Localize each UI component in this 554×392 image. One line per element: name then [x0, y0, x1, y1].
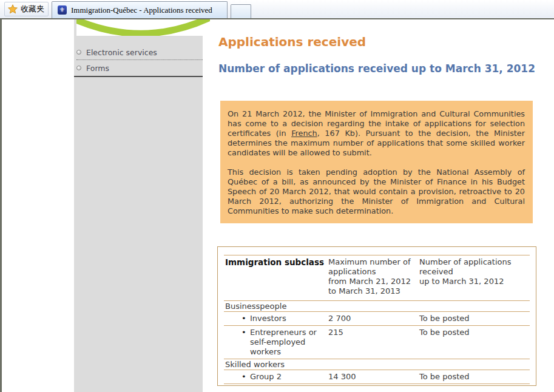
notice-paragraph-2: This decision is taken pending adoption … — [228, 167, 525, 216]
sidebar-item-label: Forms — [86, 64, 109, 73]
row-label: Entrepreneurs or self-employed workers — [250, 328, 325, 357]
row-received-value: To be posted — [419, 314, 530, 323]
row-max-value: 2 700 — [328, 314, 419, 323]
col-header-maximum-number: Maximum number of applications from Marc… — [328, 257, 419, 296]
table-row-category-businesspeople: Businesspeople — [224, 301, 530, 312]
radio-bullet-icon — [76, 66, 81, 70]
col-header-immigration-subclass: Immigration subclass — [224, 257, 328, 296]
header-line: Number of applications received — [419, 257, 530, 277]
row-label: Group 2 — [250, 372, 325, 382]
category-label: Businesspeople — [224, 301, 328, 311]
applications-table-inner: Immigration subclass Maximum number of a… — [224, 255, 530, 384]
notice-paragraph-1: On 21 March 2012, the Minister of Immigr… — [228, 109, 525, 158]
fleur-de-lis-favicon: ⚜ — [58, 5, 67, 15]
new-tab-button[interactable] — [231, 4, 251, 18]
header-line: Maximum number of applications — [328, 257, 419, 277]
list-bullet-icon: • — [242, 314, 250, 323]
list-bullet-icon: • — [242, 372, 250, 382]
page-subtitle: Number of applications received up to Ma… — [218, 63, 535, 75]
french-pdf-link[interactable]: French — [291, 129, 317, 138]
table-row-investors: • Investors 2 700 To be posted — [224, 312, 530, 326]
green-swoosh-icon — [76, 19, 210, 36]
tab-immigration-quebec[interactable]: ⚜ Immigration-Québec - Applications rece… — [52, 1, 228, 18]
window-left-border — [0, 19, 2, 392]
tab-title: Immigration-Québec - Applications receiv… — [71, 5, 212, 15]
sidebar-nav: Electronic services Forms — [76, 46, 203, 77]
favorites-button[interactable]: 收藏夹 — [4, 2, 49, 16]
category-label: Skilled workers — [224, 359, 328, 370]
notice-box: On 21 March 2012, the Minister of Immigr… — [220, 101, 533, 223]
header-line: from March 21, 2012 — [328, 277, 419, 286]
col-header-number-received: Number of applications received up to Ma… — [419, 257, 530, 296]
sidebar-divider-dotted — [76, 59, 203, 60]
favorites-label: 收藏夹 — [21, 4, 44, 15]
table-row-category-skilled-workers: Skilled workers — [224, 359, 530, 370]
table-header-row: Immigration subclass Maximum number of a… — [224, 255, 530, 301]
logo-banner — [76, 19, 210, 36]
row-received-value: To be posted — [419, 328, 530, 357]
sidebar-item-electronic-services[interactable]: Electronic services — [76, 46, 203, 58]
row-max-value: 215 — [328, 328, 419, 357]
sidebar-divider-solid — [74, 76, 203, 77]
browser-tab-bar: 收藏夹 ⚜ Immigration-Québec - Applications … — [0, 0, 554, 18]
sidebar-item-label: Electronic services — [86, 48, 157, 57]
list-bullet-icon: • — [242, 328, 250, 357]
table-row-group-2: • Group 2 14 300 To be posted — [224, 370, 530, 384]
radio-bullet-icon — [76, 50, 81, 55]
sidebar-item-forms[interactable]: Forms — [76, 62, 203, 74]
row-received-value: To be posted — [419, 372, 530, 382]
star-icon — [8, 4, 18, 14]
header-line: to March 31, 2013 — [328, 286, 419, 296]
table-row-entrepreneurs: • Entrepreneurs or self-employed workers… — [224, 326, 530, 359]
row-label: Investors — [250, 314, 325, 323]
page-title: Applications received — [218, 35, 366, 49]
header-line: up to March 31, 2012 — [419, 277, 530, 286]
row-max-value: 14 300 — [328, 372, 419, 382]
applications-table: Immigration subclass Maximum number of a… — [217, 246, 536, 386]
